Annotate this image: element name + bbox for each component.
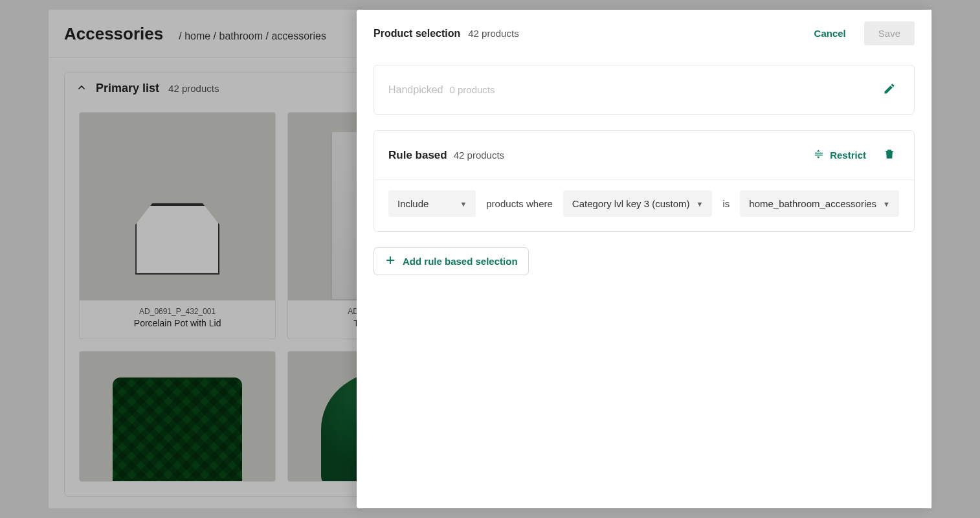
plus-icon (384, 254, 396, 268)
rule-row: Include ▼ products where Category lvl ke… (374, 179, 914, 231)
add-rule-label: Add rule based selection (403, 256, 518, 267)
restrict-button[interactable]: Restrict (813, 148, 866, 162)
edit-handpicked-button[interactable] (879, 78, 900, 101)
restrict-icon (813, 148, 825, 162)
restrict-label: Restrict (830, 150, 866, 161)
rule-based-count: 42 products (454, 150, 504, 161)
attribute-dropdown[interactable]: Category lvl key 3 (custom) ▼ (563, 190, 713, 217)
include-exclude-dropdown[interactable]: Include ▼ (388, 190, 476, 217)
handpicked-panel: Handpicked 0 products (373, 65, 915, 115)
add-rule-button[interactable]: Add rule based selection (373, 247, 529, 275)
caret-down-icon: ▼ (696, 200, 704, 208)
rule-where-text: products where (486, 198, 553, 209)
handpicked-title: Handpicked (388, 84, 443, 96)
trash-icon (883, 148, 896, 163)
delete-rule-button[interactable] (879, 144, 900, 166)
rule-based-title: Rule based (388, 149, 447, 162)
drawer-header: Product selection 42 products Cancel Sav… (357, 10, 931, 52)
drawer-count: 42 products (468, 28, 518, 39)
handpicked-count: 0 products (450, 84, 495, 95)
product-selection-drawer: Product selection 42 products Cancel Sav… (357, 10, 931, 508)
caret-down-icon: ▼ (883, 200, 890, 208)
save-button[interactable]: Save (864, 21, 915, 45)
rule-is-text: is (722, 198, 729, 209)
cancel-button[interactable]: Cancel (808, 24, 852, 43)
drawer-title: Product selection (373, 28, 460, 39)
rule-based-panel: Rule based 42 products Restrict (373, 130, 915, 232)
pencil-icon (883, 82, 896, 97)
caret-down-icon: ▼ (460, 200, 467, 208)
value-dropdown[interactable]: home_bathroom_accessories ▼ (740, 190, 899, 217)
